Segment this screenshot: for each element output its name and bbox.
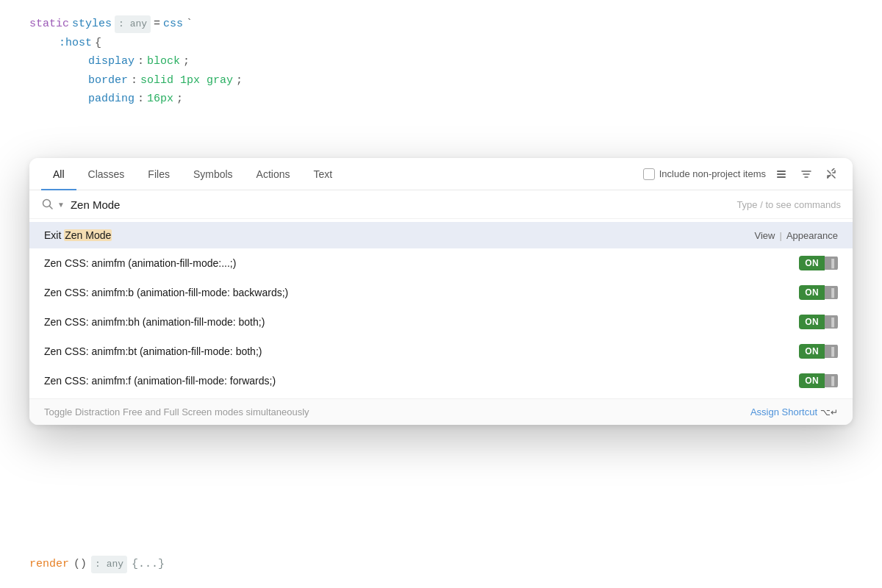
search-hint: Type / to see commands [736, 199, 841, 210]
svg-rect-0 [777, 171, 786, 172]
assign-shortcut-button[interactable]: Assign Shortcut ⌥↵ [750, 406, 838, 417]
command-palette: All Classes Files Symbols Actions Text I… [29, 158, 853, 425]
list-view-icon[interactable] [772, 165, 791, 184]
code-line-3: display: block; [29, 52, 853, 71]
on-badge-animfm-f: ON ▐ [799, 373, 838, 388]
tab-all[interactable]: All [41, 158, 76, 190]
result-item[interactable]: Zen CSS: animfm (animation-fill-mode:...… [29, 248, 853, 278]
on-badge-animfm-b: ON ▐ [799, 285, 838, 300]
search-dropdown-arrow[interactable]: ▼ [57, 201, 65, 209]
search-area: ▼ Type / to see commands [29, 190, 853, 219]
result-text-animfm-f: Zen CSS: animfm:f (animation-fill-mode: … [44, 375, 799, 387]
code-line-2: :host { [29, 34, 853, 53]
result-text-exit-zen: Exit Zen Mode [44, 229, 755, 241]
tab-files[interactable]: Files [136, 158, 182, 190]
result-item[interactable]: Zen CSS: animfm:bh (animation-fill-mode:… [29, 307, 853, 337]
result-item[interactable]: Zen CSS: animfm:f (animation-fill-mode: … [29, 366, 853, 395]
tab-bar: All Classes Files Symbols Actions Text I… [29, 158, 853, 190]
result-text-animfm-bt: Zen CSS: animfm:bt (animation-fill-mode:… [44, 345, 799, 357]
result-item[interactable]: Zen CSS: animfm:bt (animation-fill-mode:… [29, 337, 853, 366]
status-text: Toggle Distraction Free and Full Screen … [44, 406, 750, 417]
svg-rect-2 [777, 176, 786, 178]
status-bar: Toggle Distraction Free and Full Screen … [29, 398, 853, 425]
tab-symbols[interactable]: Symbols [182, 158, 245, 190]
include-non-project-checkbox[interactable] [643, 168, 655, 180]
result-text-animfm: Zen CSS: animfm (animation-fill-mode:...… [44, 257, 799, 269]
on-badge-animfm-bh: ON ▐ [799, 315, 838, 329]
code-line-4: border: solid 1px gray; [29, 71, 853, 90]
assign-shortcut-label: Assign Shortcut [750, 406, 817, 417]
svg-rect-1 [777, 173, 786, 175]
search-icon [41, 198, 54, 211]
result-item[interactable]: Exit Zen Mode View | Appearance [29, 222, 853, 248]
results-list: Exit Zen Mode View | Appearance Zen CSS:… [29, 219, 853, 398]
on-badge-animfm: ON ▐ [799, 256, 838, 270]
tab-text[interactable]: Text [302, 158, 345, 190]
code-line-1: static styles : any = css` [29, 15, 853, 34]
result-meta-exit-zen: View | Appearance [755, 230, 838, 241]
on-badge-animfm-bt: ON ▐ [799, 344, 838, 359]
code-bottom: render() : any {...} [29, 555, 165, 574]
code-line-5: padding: 16px; [29, 90, 853, 109]
tab-controls: Include non-project items [643, 165, 841, 184]
result-text-animfm-bh: Zen CSS: animfm:bh (animation-fill-mode:… [44, 316, 799, 328]
include-non-project-label[interactable]: Include non-project items [643, 168, 766, 180]
tab-actions[interactable]: Actions [245, 158, 302, 190]
search-icon-wrap: ▼ [41, 198, 65, 211]
result-text-animfm-b: Zen CSS: animfm:b (animation-fill-mode: … [44, 287, 799, 298]
tab-classes[interactable]: Classes [76, 158, 137, 190]
include-non-project-text: Include non-project items [659, 168, 766, 179]
result-item[interactable]: Zen CSS: animfm:b (animation-fill-mode: … [29, 278, 853, 307]
collapse-icon[interactable] [822, 165, 841, 184]
filter-icon[interactable] [797, 165, 816, 184]
search-input[interactable] [71, 198, 731, 211]
shortcut-keys: ⌥↵ [820, 407, 838, 417]
